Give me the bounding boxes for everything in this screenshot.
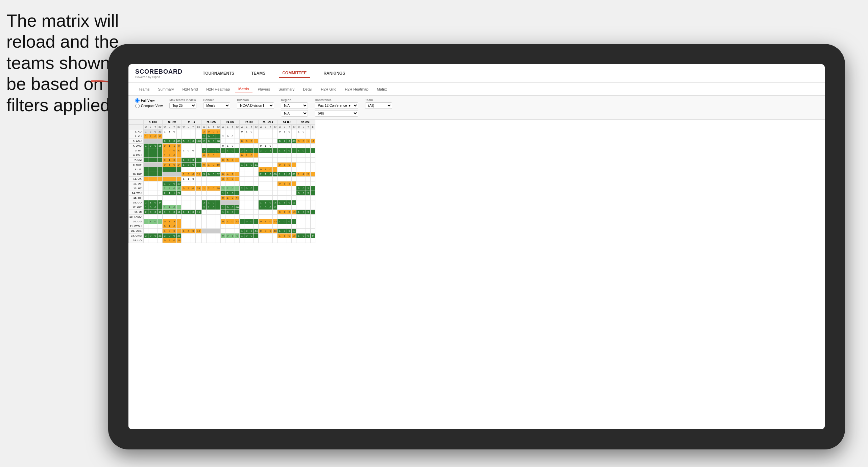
cell-15-0-1: 1 xyxy=(148,200,153,205)
cell-4-2-1: 0 xyxy=(186,148,191,153)
cell-2-0 xyxy=(143,139,162,144)
cell-15-7-0: 1 xyxy=(278,200,282,205)
cell-5-1-3 xyxy=(176,153,181,158)
cell-9-4-2: 1 xyxy=(230,172,235,177)
cell-7-8-0 xyxy=(296,163,301,167)
subnav-matrix2[interactable]: Matrix xyxy=(373,85,390,93)
nav-teams[interactable]: TEAMS xyxy=(248,69,269,77)
cell-20-2-1 xyxy=(186,224,191,229)
cell-18-3-0 xyxy=(202,215,207,219)
cell-1-8-1 xyxy=(301,134,306,139)
subnav-summary2[interactable]: Summary xyxy=(275,85,298,93)
cell-8-0-3 xyxy=(158,167,162,172)
cell-18-4-2 xyxy=(230,215,235,219)
sub-w-3: W xyxy=(181,125,186,129)
cell-14-7-0 xyxy=(278,196,282,200)
cell-13-0-1 xyxy=(148,191,153,196)
cell-10-2-2: 0 xyxy=(191,177,195,181)
nav-tournaments[interactable]: TOURNAMENTS xyxy=(199,69,238,77)
cell-18-4-3 xyxy=(235,215,240,219)
region-select[interactable]: N/A (All) xyxy=(281,102,308,109)
cell-8-7-2 xyxy=(287,167,292,172)
region-select2[interactable]: N/A (All) xyxy=(281,110,308,117)
cell-13-0-2 xyxy=(153,191,158,196)
cell-22-6-0 xyxy=(259,233,263,238)
cell-1-4-3 xyxy=(235,134,240,139)
cell-18-6-1 xyxy=(263,215,268,219)
cell-14-8-1 xyxy=(301,196,306,200)
cell-11-6-1 xyxy=(263,181,268,186)
subnav-detail[interactable]: Detail xyxy=(299,85,316,93)
cell-21-7-2: 0 xyxy=(287,229,292,233)
conference-select2[interactable]: (All) xyxy=(315,110,358,117)
sub-l-1: L xyxy=(148,125,153,129)
cell-13-8-2: 5 xyxy=(306,191,311,196)
cell-13-2-3 xyxy=(195,191,201,196)
conference-select[interactable]: Pac-12 Conference ▼ (All) xyxy=(315,102,358,109)
full-view-input[interactable] xyxy=(135,98,140,103)
cell-11-4-3 xyxy=(235,181,240,186)
cell-16-8-3 xyxy=(311,205,315,210)
cell-14-0-1 xyxy=(148,196,153,200)
cell-16-1-0: 1 xyxy=(162,205,167,210)
cell-4-7-3 xyxy=(292,148,296,153)
nav-committee[interactable]: COMMITTEE xyxy=(279,69,310,78)
cell-11-8-1 xyxy=(301,181,306,186)
compact-view-input[interactable] xyxy=(135,104,140,108)
cell-21-8-0 xyxy=(296,229,301,233)
cell-20-8-2 xyxy=(306,224,311,229)
cell-6-8-0 xyxy=(296,158,301,163)
subnav-h2hgrid2[interactable]: H2H Grid xyxy=(317,85,340,93)
matrix-area[interactable]: 3. ASU 10. UW 11. UA 22. UCB 24. UO 27. … xyxy=(128,120,825,429)
cell-2-7-1: 2 xyxy=(282,139,287,144)
cell-13-7-1 xyxy=(282,191,287,196)
cell-15-2-3 xyxy=(195,200,201,205)
subnav-players[interactable]: Players xyxy=(254,85,273,93)
subnav-teams[interactable]: Teams xyxy=(135,85,153,93)
nav-rankings[interactable]: RANKINGS xyxy=(320,69,348,77)
full-view-radio[interactable]: Full View xyxy=(135,98,163,103)
cell-23-1-3: 29 xyxy=(176,238,181,243)
cell-11-3-3 xyxy=(216,181,221,186)
col-header-ua: 11. UA xyxy=(181,120,201,125)
max-teams-label: Max teams in view xyxy=(169,98,196,102)
cell-20-7-0 xyxy=(278,224,282,229)
cell-11-1-2: 0 xyxy=(172,181,176,186)
filter-bar: Full View Compact View Max teams in view… xyxy=(128,96,825,120)
cell-6-5-2 xyxy=(249,158,254,163)
subnav-h2hgrid1[interactable]: H2H Grid xyxy=(179,85,201,93)
team-select[interactable]: (All) xyxy=(365,102,392,109)
compact-view-radio[interactable]: Compact View xyxy=(135,104,163,108)
cell-1-3-1: 0 xyxy=(207,134,211,139)
subnav-h2hheatmap2[interactable]: H2H Heatmap xyxy=(341,85,372,93)
cell-11-1-0: 1 xyxy=(162,181,167,186)
cell-7-8-3 xyxy=(311,163,315,167)
cell-3-7-1 xyxy=(282,144,287,148)
cell-6-6-3 xyxy=(273,158,278,163)
max-teams-select[interactable]: Top 25 Top 50 All xyxy=(169,102,196,109)
cell-5-2-1 xyxy=(186,153,191,158)
cell-14-6-3 xyxy=(273,196,278,200)
cell-7-4-3 xyxy=(235,163,240,167)
cell-1-1-1 xyxy=(167,134,172,139)
division-select[interactable]: NCAA Division I NCAA Division II xyxy=(237,102,274,109)
subnav-matrix1[interactable]: Matrix xyxy=(235,85,252,93)
cell-19-5-3 xyxy=(254,219,259,224)
cell-4-4-2: 0 xyxy=(230,148,235,153)
gender-select[interactable]: Men's Women's xyxy=(203,102,230,109)
cell-3-2-3 xyxy=(195,144,201,148)
cell-11-6-0 xyxy=(259,181,263,186)
cell-11-5-1 xyxy=(244,181,249,186)
cell-10-7-2 xyxy=(287,177,292,181)
cell-3-1-0: 0 xyxy=(162,144,167,148)
cell-2-7-0: 0 xyxy=(278,139,282,144)
cell-20-4-0 xyxy=(221,224,225,229)
cell-3-0-1: 0 xyxy=(148,144,153,148)
subnav-summary1[interactable]: Summary xyxy=(154,85,177,93)
subnav-h2hheatmap1[interactable]: H2H Heatmap xyxy=(203,85,233,93)
cell-0-3-3: 27 xyxy=(216,129,221,134)
cell-16-7-3 xyxy=(292,205,296,210)
cell-2-4-0 xyxy=(221,139,225,144)
sub-d-9: D xyxy=(311,125,315,129)
cell-20-3-2 xyxy=(211,224,216,229)
